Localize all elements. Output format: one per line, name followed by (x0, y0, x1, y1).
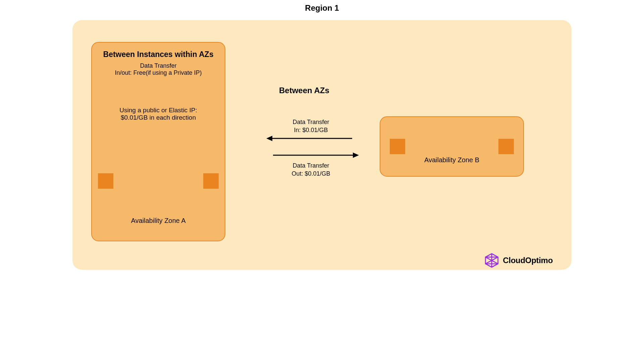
zone-a-public-ip-line2: $0.01/GB in each direction (98, 114, 219, 121)
transfer-in-label: Data Transfer In: $0.01/GB (286, 118, 336, 134)
svg-marker-1 (266, 136, 272, 141)
svg-marker-3 (353, 153, 359, 158)
arrow-right-icon (272, 152, 360, 159)
transfer-out-line2: Out: $0.01/GB (291, 170, 330, 177)
zone-a-heading: Between Instances within AZs (98, 50, 219, 59)
instance-icon (390, 139, 405, 154)
zone-a-free-text: In/out: Free(if using a Private IP) (98, 69, 219, 76)
diagram-canvas: Region 1 Between Instances within AZs Da… (64, 0, 580, 278)
transfer-out-line1: Data Transfer (292, 162, 329, 169)
instance-icon (203, 173, 219, 189)
zone-b-label: Availability Zone B (380, 156, 523, 164)
instance-icon (498, 139, 514, 154)
transfer-in-line1: Data Transfer (292, 119, 329, 125)
brand-name: CloudOptimo (503, 256, 553, 265)
cloudoptimo-icon (484, 253, 499, 268)
zone-a-data-transfer-label: Data Transfer (98, 62, 219, 69)
arrow-left-icon (266, 135, 353, 142)
zone-a-label: Availability Zone A (92, 217, 225, 225)
between-azs-heading: Between AZs (279, 86, 329, 95)
availability-zone-a: Between Instances within AZs Data Transf… (91, 42, 225, 241)
availability-zone-b: Availability Zone B (380, 116, 524, 177)
instance-icon (98, 173, 113, 189)
transfer-in-line2: In: $0.01/GB (294, 127, 328, 133)
zone-a-public-ip-line1: Using a public or Elastic IP: (98, 107, 219, 114)
transfer-out-label: Data Transfer Out: $0.01/GB (286, 162, 336, 178)
brand-logo: CloudOptimo (484, 253, 553, 268)
region-title: Region 1 (64, 3, 580, 13)
